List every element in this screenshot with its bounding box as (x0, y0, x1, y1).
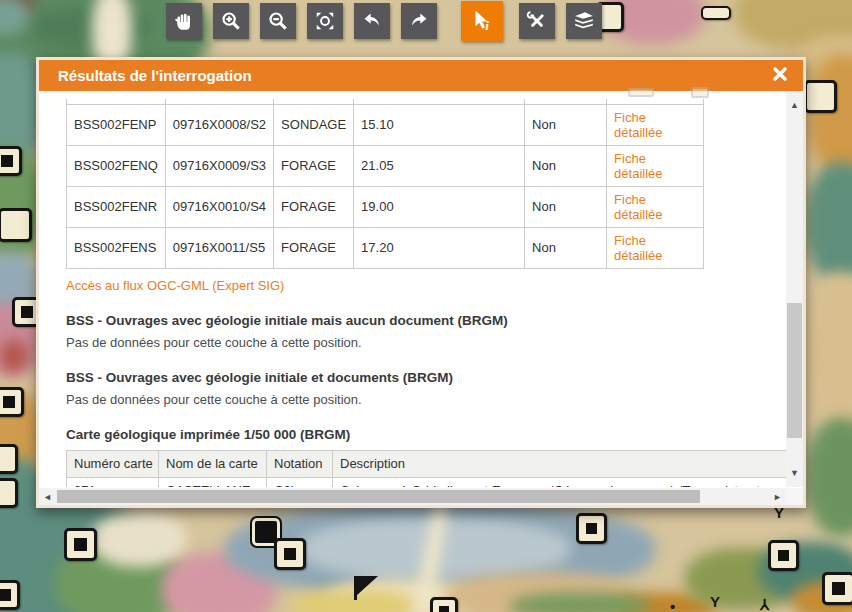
col-nom-carte: Nom de la carte (159, 450, 267, 477)
fiche-detaillee-link[interactable]: Fiche détaillée (614, 110, 662, 140)
bss-marker[interactable] (768, 540, 799, 571)
bss-marker[interactable] (430, 597, 458, 612)
zoom-out-icon (267, 10, 289, 32)
layers-icon (573, 10, 595, 32)
redo-button[interactable] (401, 3, 437, 39)
bss-marker[interactable] (0, 478, 18, 508)
bss-type: FORAGE (274, 145, 354, 186)
vertical-scrollbar[interactable]: ▲ ▼ (786, 91, 803, 487)
col-notation: Notation (267, 450, 333, 477)
table-row: BSS002FENR 09716X0010/S4 FORAGE 19.00 No… (67, 186, 704, 227)
no-data-text: Pas de données pour cette couche à cette… (66, 335, 759, 350)
dialog-header[interactable]: Résultats de l'interrogation (39, 60, 803, 91)
bss-marker[interactable] (804, 80, 837, 113)
hand-icon (173, 10, 195, 32)
scrollbar-corner (786, 488, 803, 505)
layers-button[interactable] (566, 3, 602, 39)
section-heading: BSS - Ouvrages avec géologie initiale ma… (66, 313, 759, 328)
col-description: Description (333, 450, 787, 477)
bss-doc: Non (525, 186, 607, 227)
undo-button[interactable] (354, 3, 390, 39)
section-heading: BSS - Ouvrages avec géologie initiale et… (66, 370, 759, 385)
redo-arrow-icon (408, 10, 430, 32)
identify-tool-button[interactable]: i (461, 1, 503, 41)
bss-type: FORAGE (274, 186, 354, 227)
zoom-out-button[interactable] (260, 3, 296, 39)
bss-results-table: BSS002FENP 09716X0008/S2 SONDAGE 15.10 N… (66, 99, 704, 269)
zoom-extent-icon (314, 10, 336, 32)
bss-marker[interactable] (274, 538, 306, 570)
scroll-up-icon[interactable]: ▲ (786, 97, 803, 113)
dialog-title: Résultats de l'interrogation (58, 67, 769, 84)
app-window: Y Y ⅄ • i Résultats de l'interrogation (0, 0, 852, 612)
bss-depth: 21.05 (354, 145, 525, 186)
section-heading: Carte géologique imprimée 1/50 000 (BRGM… (66, 427, 759, 442)
bss-doc: Non (525, 104, 607, 145)
bss-marker[interactable] (822, 572, 852, 605)
horizontal-scroll-thumb[interactable] (57, 490, 700, 503)
bss-doc: Non (525, 145, 607, 186)
table-row: 971 CASTELLANE C2b Grès roux à Orbitolin… (67, 477, 787, 487)
close-button[interactable] (769, 65, 791, 87)
bss-code: 09716X0010/S4 (165, 186, 273, 227)
bss-marker[interactable] (0, 580, 20, 610)
undo-arrow-icon (361, 10, 383, 32)
tools-button[interactable] (519, 3, 555, 39)
map-number: 971 (67, 477, 159, 487)
scroll-down-icon[interactable]: ▼ (786, 465, 803, 481)
zoom-in-button[interactable] (213, 3, 249, 39)
bss-code: 09716X0011/S5 (165, 227, 273, 268)
results-dialog: Résultats de l'interrogation BSS002FENP … (36, 57, 806, 508)
bss-depth: 19.00 (354, 186, 525, 227)
geo-map-table-wrapper: Numéro carte Nom de la carte Notation De… (66, 450, 786, 488)
bss-marker[interactable] (576, 513, 607, 544)
flag-marker (352, 574, 382, 600)
spring-symbol: ⅄ (760, 596, 769, 612)
bss-marker-ghost (628, 88, 654, 97)
dot-symbol: • (670, 598, 675, 612)
bss-code: 09716X0008/S2 (165, 104, 273, 145)
table-row: BSS002FENP 09716X0008/S2 SONDAGE 15.10 N… (67, 104, 704, 145)
map-name: CASTELLANE (159, 477, 267, 487)
bss-marker[interactable] (0, 208, 32, 242)
info-pointer-icon: i (469, 8, 495, 34)
bss-type: SONDAGE (274, 104, 354, 145)
bss-doc: Non (525, 227, 607, 268)
tools-icon (526, 10, 548, 32)
bss-marker[interactable] (0, 146, 22, 176)
spring-symbol: Y (710, 593, 720, 610)
pan-tool-button[interactable] (166, 3, 202, 39)
fiche-detaillee-link[interactable]: Fiche détaillée (614, 192, 662, 222)
ogc-gml-link[interactable]: Accès au flux OGC-GML (Expert SIG) (66, 278, 284, 293)
bss-marker[interactable] (0, 444, 18, 474)
scroll-right-icon[interactable]: ► (770, 488, 785, 505)
bss-marker[interactable] (64, 528, 97, 561)
scroll-left-icon[interactable]: ◄ (40, 488, 55, 505)
geo-map-table: Numéro carte Nom de la carte Notation De… (66, 450, 786, 488)
col-numero-carte: Numéro carte (67, 450, 159, 477)
bss-marker-ghost (691, 87, 709, 98)
table-header-row: Numéro carte Nom de la carte Notation De… (67, 450, 787, 477)
close-icon (772, 66, 788, 85)
bss-id: BSS002FENS (67, 227, 166, 268)
bss-depth: 15.10 (354, 104, 525, 145)
map-notation: C2b (267, 477, 333, 487)
no-data-text: Pas de données pour cette couche à cette… (66, 392, 759, 407)
bss-id: BSS002FENR (67, 186, 166, 227)
horizontal-scrollbar[interactable]: ◄ ► (39, 488, 786, 505)
bss-type: FORAGE (274, 227, 354, 268)
bss-id: BSS002FENP (67, 104, 166, 145)
bss-code: 09716X0009/S3 (165, 145, 273, 186)
bss-marker[interactable] (701, 6, 731, 20)
bss-marker[interactable] (0, 387, 24, 417)
svg-text:i: i (485, 18, 489, 33)
zoom-in-icon (220, 10, 242, 32)
table-row: BSS002FENQ 09716X0009/S3 FORAGE 21.05 No… (67, 145, 704, 186)
vertical-scroll-thumb[interactable] (787, 303, 802, 438)
bss-id: BSS002FENQ (67, 145, 166, 186)
dialog-content[interactable]: BSS002FENP 09716X0008/S2 SONDAGE 15.10 N… (39, 91, 803, 487)
zoom-extent-button[interactable] (307, 3, 343, 39)
map-description: Grès roux à Orbitolines et Exogyres (Cén… (333, 477, 787, 487)
fiche-detaillee-link[interactable]: Fiche détaillée (614, 233, 662, 263)
fiche-detaillee-link[interactable]: Fiche détaillée (614, 151, 662, 181)
